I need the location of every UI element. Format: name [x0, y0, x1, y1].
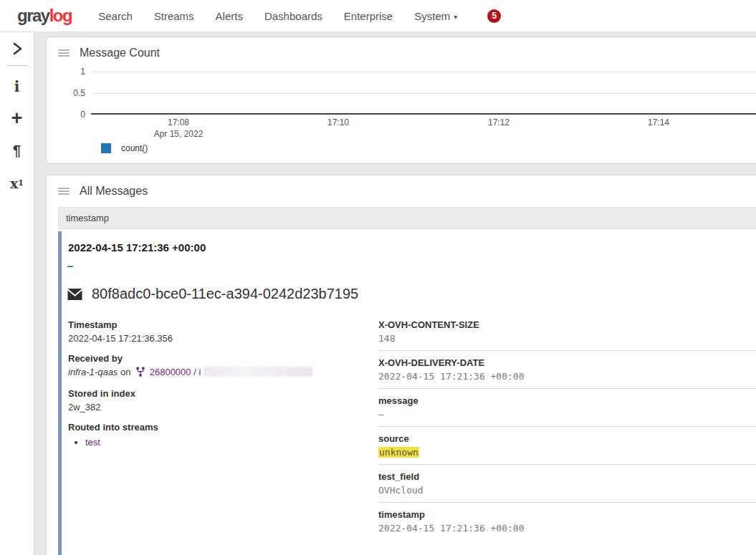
field-name[interactable]: X-OVH-DELIVERY-DATE: [378, 357, 756, 368]
search-results-area: Message Count 1 0.5 0 17:08 Apr 15, 2022…: [46, 32, 756, 555]
widget-title: All Messages: [80, 185, 148, 198]
x-axis-date-label: Apr 15, 2022: [154, 129, 204, 139]
field-value: 148: [378, 333, 756, 344]
received-by-conjunction: on: [120, 367, 130, 377]
gridline-05: [91, 93, 756, 94]
widget-title: Message Count: [80, 47, 160, 59]
logo-text-log: log: [49, 6, 72, 25]
description-icon[interactable]: i: [0, 70, 34, 102]
message-row: 2022-04-15 17:21:36 +00:00 – 80f8adc0-bc…: [58, 231, 756, 555]
nav-item-dashboards[interactable]: Dashboards: [254, 1, 333, 31]
logo-text-gray: gray: [17, 6, 49, 25]
expand-sidebar-button[interactable]: [0, 37, 34, 60]
message-summary-column: Timestamp 2022-04-15 17:21:36.356 Receiv…: [67, 319, 378, 546]
received-by-value: infra-1-qaas on 26800000 / i: [68, 367, 378, 379]
message-count-widget: Message Count 1 0.5 0 17:08 Apr 15, 2022…: [46, 37, 756, 164]
nav-item-search[interactable]: Search: [87, 1, 143, 31]
stream-link-test[interactable]: test: [85, 437, 100, 448]
sidebar-divider: [7, 65, 27, 66]
nav-item-streams[interactable]: Streams: [143, 1, 205, 31]
top-navbar: graylog Search Streams Alerts Dashboards…: [0, 0, 756, 32]
chevron-down-icon: ▾: [454, 13, 457, 21]
main-nav: Search Streams Alerts Dashboards Enterpr…: [87, 1, 468, 31]
field-name[interactable]: timestamp: [378, 509, 756, 520]
fields-icon[interactable]: x1: [0, 167, 34, 199]
routed-into-streams-label: Routed into streams: [68, 422, 378, 433]
fields-icon-sub: 1: [18, 178, 24, 188]
chart-plot-area[interactable]: [91, 72, 756, 115]
stream-list-item: test: [85, 437, 378, 448]
received-by-label: Received by: [68, 353, 378, 364]
notification-count-badge[interactable]: 5: [487, 9, 501, 23]
field-value: –: [378, 409, 756, 420]
message-id-row: 80f8adc0-bce0-11ec-a394-0242d23b7195: [67, 286, 756, 302]
redacted-input-name: [204, 367, 312, 377]
formatting-icon[interactable]: ¶: [0, 135, 34, 167]
field-entry: message –: [378, 395, 756, 427]
input-fork-icon: [136, 367, 145, 379]
field-name[interactable]: test_field: [378, 471, 756, 482]
field-entry: X-OVH-DELIVERY-DATE 2022-04-15 17:21:36 …: [378, 357, 756, 389]
nav-item-system[interactable]: System▾: [403, 1, 468, 31]
x-tick-1708: 17:08: [168, 117, 189, 127]
highlighted-value: unknown: [378, 447, 419, 458]
y-tick-0: 0: [80, 110, 85, 120]
x-tick-1714: 17:14: [648, 117, 669, 127]
y-tick-1: 1: [80, 67, 85, 77]
drag-handle-icon[interactable]: [58, 186, 70, 196]
nav-item-system-label: System: [414, 10, 450, 22]
x-tick-1710: 17:10: [327, 117, 349, 127]
nav-item-enterprise[interactable]: Enterprise: [333, 1, 403, 31]
stored-in-index-value: 2w_382: [68, 402, 378, 412]
field-entry: source unknown: [378, 433, 756, 465]
nav-item-alerts[interactable]: Alerts: [205, 1, 254, 31]
stored-in-index-label: Stored in index: [68, 388, 378, 399]
field-name[interactable]: X-OVH-CONTENT-SIZE: [378, 319, 756, 330]
all-messages-widget: All Messages timestamp 2022-04-15 17:21:…: [46, 175, 756, 555]
envelope-icon: [67, 289, 82, 300]
chevron-right-icon: [12, 42, 22, 55]
gridline-1: [91, 72, 756, 72]
streams-list: test: [85, 437, 378, 448]
message-fields-column: X-OVH-CONTENT-SIZE 148 X-OVH-DELIVERY-DA…: [378, 319, 756, 546]
message-detail: 80f8adc0-bce0-11ec-a394-0242d23b7195 Tim…: [67, 286, 756, 546]
message-row-timestamp[interactable]: 2022-04-15 17:21:36 +00:00: [67, 237, 756, 254]
widget-title-row: All Messages: [58, 183, 756, 200]
x-tick-1712: 17:12: [488, 117, 509, 127]
column-header-timestamp[interactable]: timestamp: [58, 207, 756, 229]
field-value-highlighted: unknown: [378, 447, 756, 458]
field-value: 2022-04-15 17:21:36 +00:00: [378, 371, 756, 382]
field-name[interactable]: message: [378, 395, 756, 406]
create-icon[interactable]: +: [0, 102, 34, 135]
field-entry: timestamp 2022-04-15 17:21:36 +00:00: [378, 509, 756, 540]
timestamp-value: 2022-04-15 17:21:36.356: [68, 333, 378, 344]
node-name: infra-1-qaas: [68, 367, 118, 377]
drag-handle-icon[interactable]: [58, 48, 70, 58]
message-count-chart: 1 0.5 0: [58, 72, 756, 115]
message-detail-columns: Timestamp 2022-04-15 17:21:36.356 Receiv…: [67, 319, 756, 546]
message-row-preview[interactable]: –: [67, 261, 756, 271]
field-name[interactable]: source: [378, 433, 756, 444]
fields-icon-x: x: [10, 175, 18, 191]
chart-x-axis: 17:08 Apr 15, 2022 17:10 17:12 17:14: [91, 115, 756, 142]
chart-y-axis: 1 0.5 0: [58, 72, 91, 115]
chart-legend: count(): [101, 143, 756, 153]
legend-swatch-count[interactable]: [101, 143, 111, 153]
field-value: OVHcloud: [378, 485, 756, 496]
timestamp-label: Timestamp: [68, 319, 378, 330]
input-link[interactable]: 26800000 / i: [150, 367, 201, 377]
search-sidebar-rail: i + ¶ x1: [0, 32, 34, 555]
y-tick-05: 0.5: [73, 88, 85, 98]
message-id[interactable]: 80f8adc0-bce0-11ec-a394-0242d23b7195: [92, 286, 358, 302]
field-value: 2022-04-15 17:21:36 +00:00: [378, 523, 756, 534]
field-entry: X-OVH-CONTENT-SIZE 148: [378, 319, 756, 351]
widget-title-row: Message Count: [58, 44, 756, 62]
field-entry: test_field OVHcloud: [378, 471, 756, 503]
graylog-logo[interactable]: graylog: [17, 6, 72, 26]
legend-label-count[interactable]: count(): [121, 143, 148, 153]
